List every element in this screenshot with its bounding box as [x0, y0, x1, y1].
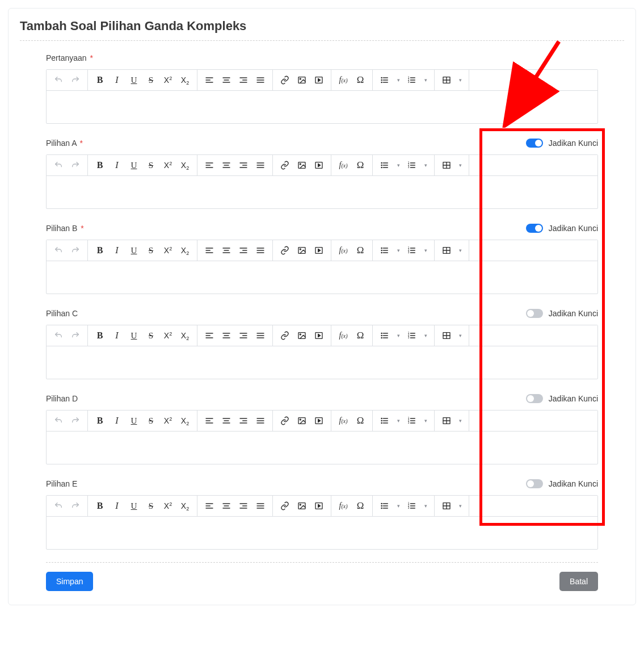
subscript-icon[interactable]: X2	[176, 72, 193, 88]
align-center-icon[interactable]	[218, 72, 235, 88]
strikethrough-icon[interactable]: S	[142, 242, 159, 258]
align-center-icon[interactable]	[218, 498, 235, 514]
editor-content[interactable]	[47, 91, 597, 123]
symbol-icon[interactable]: Ω	[352, 157, 369, 173]
symbol-icon[interactable]: Ω	[352, 413, 369, 429]
superscript-icon[interactable]: X2	[159, 328, 176, 344]
bold-icon[interactable]: B	[91, 72, 108, 88]
align-center-icon[interactable]	[218, 242, 235, 258]
ordered-list-icon[interactable]: 123	[403, 242, 420, 258]
superscript-icon[interactable]: X2	[159, 72, 176, 88]
unordered-list-icon[interactable]	[376, 157, 393, 173]
table-caret-icon[interactable]: ▾	[455, 242, 465, 258]
image-icon[interactable]	[293, 328, 310, 344]
bold-icon[interactable]: B	[91, 157, 108, 173]
ol-caret-icon[interactable]: ▾	[420, 498, 431, 514]
key-toggle[interactable]	[526, 224, 543, 233]
bold-icon[interactable]: B	[91, 413, 108, 429]
table-icon[interactable]	[438, 157, 455, 173]
underline-icon[interactable]: U	[125, 242, 142, 258]
math-icon[interactable]: f(x)	[335, 498, 352, 514]
ul-caret-icon[interactable]: ▾	[393, 413, 403, 429]
image-icon[interactable]	[293, 72, 310, 88]
redo-icon[interactable]	[67, 498, 84, 514]
align-left-icon[interactable]	[201, 328, 218, 344]
link-icon[interactable]	[276, 72, 293, 88]
italic-icon[interactable]: I	[108, 242, 125, 258]
table-icon[interactable]	[438, 413, 455, 429]
align-right-icon[interactable]	[235, 157, 252, 173]
subscript-icon[interactable]: X2	[176, 157, 193, 173]
table-caret-icon[interactable]: ▾	[455, 157, 465, 173]
align-right-icon[interactable]	[235, 328, 252, 344]
ordered-list-icon[interactable]: 123	[403, 328, 420, 344]
strikethrough-icon[interactable]: S	[142, 413, 159, 429]
save-button[interactable]: Simpan	[46, 572, 93, 591]
ul-caret-icon[interactable]: ▾	[393, 328, 403, 344]
cancel-button[interactable]: Batal	[559, 572, 598, 591]
bold-icon[interactable]: B	[91, 328, 108, 344]
video-icon[interactable]	[310, 242, 327, 258]
ordered-list-icon[interactable]: 123	[403, 498, 420, 514]
align-left-icon[interactable]	[201, 157, 218, 173]
underline-icon[interactable]: U	[125, 328, 142, 344]
italic-icon[interactable]: I	[108, 413, 125, 429]
undo-icon[interactable]	[50, 413, 67, 429]
bold-icon[interactable]: B	[91, 498, 108, 514]
video-icon[interactable]	[310, 328, 327, 344]
align-left-icon[interactable]	[201, 498, 218, 514]
video-icon[interactable]	[310, 498, 327, 514]
link-icon[interactable]	[276, 413, 293, 429]
superscript-icon[interactable]: X2	[159, 242, 176, 258]
table-caret-icon[interactable]: ▾	[455, 328, 465, 344]
unordered-list-icon[interactable]	[376, 498, 393, 514]
ol-caret-icon[interactable]: ▾	[420, 413, 431, 429]
strikethrough-icon[interactable]: S	[142, 72, 159, 88]
unordered-list-icon[interactable]	[376, 413, 393, 429]
ol-caret-icon[interactable]: ▾	[420, 72, 431, 88]
symbol-icon[interactable]: Ω	[352, 72, 369, 88]
unordered-list-icon[interactable]	[376, 328, 393, 344]
math-icon[interactable]: f(x)	[335, 72, 352, 88]
align-justify-icon[interactable]	[252, 498, 269, 514]
editor-content[interactable]	[47, 432, 597, 464]
redo-icon[interactable]	[67, 413, 84, 429]
editor-content[interactable]	[47, 346, 597, 379]
ordered-list-icon[interactable]: 123	[403, 72, 420, 88]
key-toggle[interactable]	[526, 479, 543, 488]
align-justify-icon[interactable]	[252, 328, 269, 344]
ol-caret-icon[interactable]: ▾	[420, 328, 431, 344]
editor-content[interactable]	[47, 261, 597, 294]
strikethrough-icon[interactable]: S	[142, 157, 159, 173]
align-right-icon[interactable]	[235, 72, 252, 88]
underline-icon[interactable]: U	[125, 72, 142, 88]
align-right-icon[interactable]	[235, 498, 252, 514]
subscript-icon[interactable]: X2	[176, 242, 193, 258]
table-caret-icon[interactable]: ▾	[455, 498, 465, 514]
table-icon[interactable]	[438, 328, 455, 344]
symbol-icon[interactable]: Ω	[352, 328, 369, 344]
superscript-icon[interactable]: X2	[159, 157, 176, 173]
align-right-icon[interactable]	[235, 413, 252, 429]
align-left-icon[interactable]	[201, 242, 218, 258]
table-caret-icon[interactable]: ▾	[455, 72, 465, 88]
image-icon[interactable]	[293, 242, 310, 258]
video-icon[interactable]	[310, 413, 327, 429]
superscript-icon[interactable]: X2	[159, 498, 176, 514]
align-justify-icon[interactable]	[252, 242, 269, 258]
video-icon[interactable]	[310, 157, 327, 173]
editor-content[interactable]	[47, 517, 597, 549]
link-icon[interactable]	[276, 498, 293, 514]
ordered-list-icon[interactable]: 123	[403, 413, 420, 429]
align-left-icon[interactable]	[201, 413, 218, 429]
undo-icon[interactable]	[50, 242, 67, 258]
symbol-icon[interactable]: Ω	[352, 498, 369, 514]
table-caret-icon[interactable]: ▾	[455, 413, 465, 429]
ul-caret-icon[interactable]: ▾	[393, 498, 403, 514]
symbol-icon[interactable]: Ω	[352, 242, 369, 258]
align-center-icon[interactable]	[218, 157, 235, 173]
ul-caret-icon[interactable]: ▾	[393, 72, 403, 88]
image-icon[interactable]	[293, 498, 310, 514]
key-toggle[interactable]	[526, 309, 543, 318]
ul-caret-icon[interactable]: ▾	[393, 242, 403, 258]
